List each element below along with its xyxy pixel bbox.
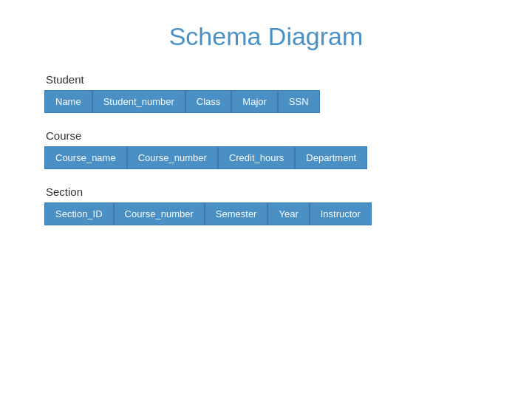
section-field-instructor: Instructor xyxy=(310,202,372,225)
student-label: Student xyxy=(44,73,488,86)
student-field-class: Class xyxy=(185,90,232,113)
course-table-row: Course_name Course_number Credit_hours D… xyxy=(44,146,488,169)
student-section: Student Name Student_number Class Major … xyxy=(44,73,488,113)
course-label: Course xyxy=(44,129,488,142)
student-field-name: Name xyxy=(44,90,92,113)
section-field-course-number: Course_number xyxy=(114,202,205,225)
section-section: Section Section_ID Course_number Semeste… xyxy=(44,185,488,225)
student-field-number: Student_number xyxy=(92,90,185,113)
section-field-semester: Semester xyxy=(205,202,268,225)
section-label: Section xyxy=(44,185,488,198)
course-section: Course Course_name Course_number Credit_… xyxy=(44,129,488,169)
course-field-number: Course_number xyxy=(127,146,218,169)
course-field-name: Course_name xyxy=(44,146,127,169)
student-field-ssn: SSN xyxy=(278,90,320,113)
section-field-year: Year xyxy=(267,202,309,225)
page-title: Schema Diagram xyxy=(169,22,364,51)
course-field-credit-hours: Credit_hours xyxy=(218,146,295,169)
course-field-department: Department xyxy=(295,146,367,169)
page-container: Schema Diagram Student Name Student_numb… xyxy=(0,0,532,399)
student-table-row: Name Student_number Class Major SSN xyxy=(44,90,488,113)
section-table-row: Section_ID Course_number Semester Year I… xyxy=(44,202,488,225)
student-field-major: Major xyxy=(231,90,278,113)
section-field-id: Section_ID xyxy=(44,202,114,225)
